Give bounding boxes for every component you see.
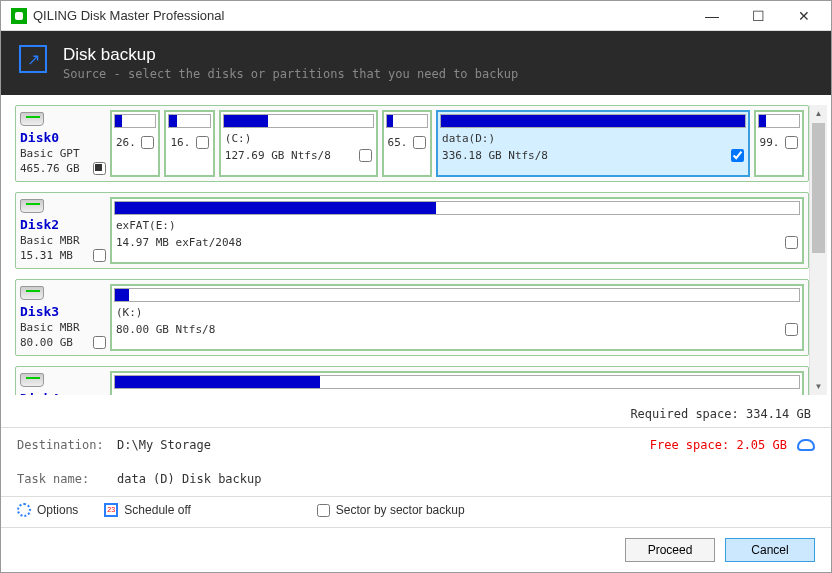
free-space: Free space: 2.05 GB <box>650 438 787 452</box>
sector-checkbox-label[interactable]: Sector by sector backup <box>317 503 465 517</box>
disk-icon <box>20 199 44 213</box>
disk-block: Disk4 <box>15 366 809 395</box>
disk-size: 80.00 GB <box>20 336 73 349</box>
page-subtitle: Source - select the disks or partitions … <box>63 67 518 81</box>
usage-bar <box>114 375 800 389</box>
partition-info: 26. <box>116 136 136 149</box>
usage-bar <box>114 114 156 128</box>
scroll-up-icon[interactable]: ▲ <box>810 105 827 122</box>
disk-type: Basic MBR <box>20 234 106 247</box>
partition-checkbox[interactable] <box>785 236 798 249</box>
usage-bar <box>114 201 800 215</box>
task-label: Task name: <box>17 472 117 486</box>
cancel-button[interactable]: Cancel <box>725 538 815 562</box>
disk-icon <box>20 112 44 126</box>
partition-info: 99. <box>760 136 780 149</box>
disk-icon <box>20 286 44 300</box>
scrollbar-vertical[interactable]: ▲ ▼ <box>809 105 827 395</box>
partition[interactable]: 16. <box>164 110 214 177</box>
disk-size: 465.76 GB <box>20 162 80 175</box>
disk-checkbox[interactable] <box>93 336 106 349</box>
usage-bar <box>386 114 428 128</box>
disk-type: Basic GPT <box>20 147 106 160</box>
required-label: Required space: <box>630 407 746 421</box>
scroll-thumb[interactable] <box>812 123 825 253</box>
partition-label: (K:) <box>112 304 802 321</box>
disk-icon <box>20 373 44 387</box>
destination-label: Destination: <box>17 438 117 452</box>
partition-label: exFAT(E:) <box>112 217 802 234</box>
options-bar: Options Schedule off Sector by sector ba… <box>1 497 831 527</box>
usage-bar <box>758 114 800 128</box>
partition-label: data(D:) <box>438 130 748 147</box>
schedule-button[interactable]: Schedule off <box>104 503 191 517</box>
partition[interactable]: 65. <box>382 110 432 177</box>
app-title: QILING Disk Master Professional <box>33 8 689 23</box>
usage-bar <box>168 114 210 128</box>
usage-bar <box>114 288 800 302</box>
partition-info: 14.97 MB exFat/2048 <box>116 236 242 249</box>
partition-checkbox[interactable] <box>785 323 798 336</box>
partition[interactable]: 26. <box>110 110 160 177</box>
partition[interactable]: (K:) 80.00 GB Ntfs/8 <box>110 284 804 351</box>
partition[interactable]: exFAT(E:) 14.97 MB exFat/2048 <box>110 197 804 264</box>
partition[interactable]: (C:) 127.69 GB Ntfs/8 <box>219 110 378 177</box>
partition-checkbox[interactable] <box>731 149 744 162</box>
usage-bar <box>440 114 746 128</box>
partition-checkbox[interactable] <box>785 136 798 149</box>
partition-info: 65. <box>388 136 408 149</box>
disk-name: Disk2 <box>20 217 106 232</box>
disk-type: Basic MBR <box>20 321 106 334</box>
partition-label: (C:) <box>221 130 376 147</box>
options-button[interactable]: Options <box>17 503 78 517</box>
header: ↗ Disk backup Source - select the disks … <box>1 31 831 95</box>
partition[interactable]: data(D:) 336.18 GB Ntfs/8 <box>436 110 750 177</box>
usage-bar <box>223 114 374 128</box>
sector-checkbox[interactable] <box>317 504 330 517</box>
app-icon <box>11 8 27 24</box>
footer: Proceed Cancel <box>1 527 831 572</box>
cloud-icon[interactable] <box>797 439 815 451</box>
scroll-down-icon[interactable]: ▼ <box>810 378 827 395</box>
disk-name: Disk3 <box>20 304 106 319</box>
disk-block: Disk3 Basic MBR 80.00 GB (K:) 80.00 GB N… <box>15 279 809 356</box>
disk-size: 15.31 MB <box>20 249 73 262</box>
partition-checkbox[interactable] <box>141 136 154 149</box>
disk-selection-area: Disk0 Basic GPT 465.76 GB 26. 16. (C:) 1… <box>1 95 831 405</box>
close-button[interactable]: ✕ <box>781 1 827 31</box>
partition-info: 16. <box>170 136 190 149</box>
backup-icon: ↗ <box>19 45 47 73</box>
gear-icon <box>17 503 31 517</box>
disk-checkbox[interactable] <box>93 249 106 262</box>
maximize-button[interactable]: ☐ <box>735 1 781 31</box>
destination-row: Destination: D:\My Storage Free space: 2… <box>1 428 831 462</box>
partition-info: 127.69 GB Ntfs/8 <box>225 149 331 162</box>
disk-name: Disk0 <box>20 130 106 145</box>
partition-info: 336.18 GB Ntfs/8 <box>442 149 548 162</box>
partition-info: 80.00 GB Ntfs/8 <box>116 323 215 336</box>
page-title: Disk backup <box>63 45 518 65</box>
task-value[interactable]: data (D) Disk backup <box>117 472 815 486</box>
proceed-button[interactable]: Proceed <box>625 538 715 562</box>
disk-block: Disk2 Basic MBR 15.31 MB exFAT(E:) 14.97… <box>15 192 809 269</box>
disk-checkbox[interactable] <box>93 162 106 175</box>
partition-checkbox[interactable] <box>359 149 372 162</box>
titlebar: QILING Disk Master Professional — ☐ ✕ <box>1 1 831 31</box>
partition[interactable]: 99. <box>754 110 804 177</box>
disk-block: Disk0 Basic GPT 465.76 GB 26. 16. (C:) 1… <box>15 105 809 182</box>
partition-checkbox[interactable] <box>196 136 209 149</box>
disk-name: Disk4 <box>20 391 106 395</box>
partition[interactable] <box>110 371 804 395</box>
required-space-row: Required space: 334.14 GB <box>1 405 831 427</box>
task-name-row: Task name: data (D) Disk backup <box>1 462 831 496</box>
destination-value[interactable]: D:\My Storage <box>117 438 650 452</box>
minimize-button[interactable]: — <box>689 1 735 31</box>
calendar-icon <box>104 503 118 517</box>
partition-checkbox[interactable] <box>413 136 426 149</box>
required-value: 334.14 GB <box>746 407 811 421</box>
